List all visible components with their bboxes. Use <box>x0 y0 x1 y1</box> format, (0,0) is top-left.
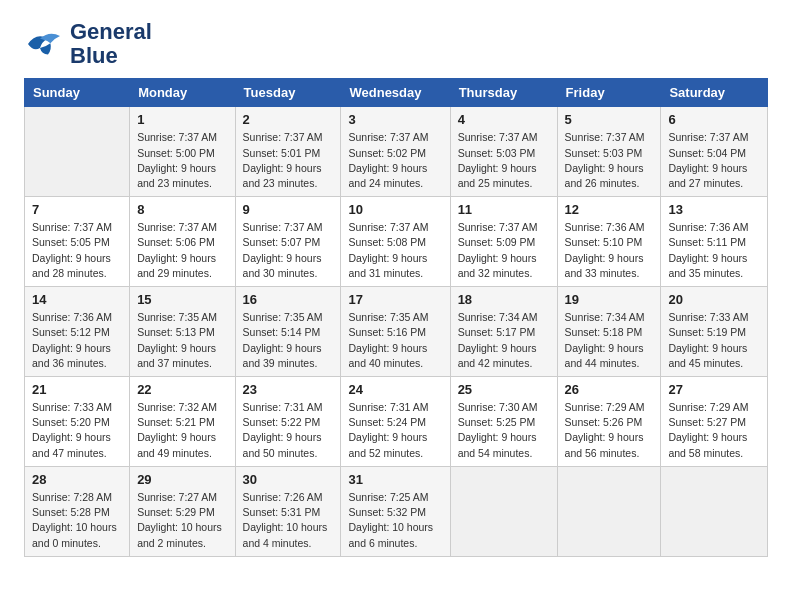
column-header-monday: Monday <box>130 79 235 107</box>
calendar-cell: 31Sunrise: 7:25 AM Sunset: 5:32 PM Dayli… <box>341 466 450 556</box>
calendar-cell: 22Sunrise: 7:32 AM Sunset: 5:21 PM Dayli… <box>130 377 235 467</box>
day-number: 23 <box>243 382 334 397</box>
day-info: Sunrise: 7:29 AM Sunset: 5:26 PM Dayligh… <box>565 400 654 461</box>
calendar-cell <box>450 466 557 556</box>
calendar-week-row: 14Sunrise: 7:36 AM Sunset: 5:12 PM Dayli… <box>25 287 768 377</box>
calendar-cell: 16Sunrise: 7:35 AM Sunset: 5:14 PM Dayli… <box>235 287 341 377</box>
calendar-cell: 21Sunrise: 7:33 AM Sunset: 5:20 PM Dayli… <box>25 377 130 467</box>
calendar-week-row: 1Sunrise: 7:37 AM Sunset: 5:00 PM Daylig… <box>25 107 768 197</box>
day-info: Sunrise: 7:34 AM Sunset: 5:18 PM Dayligh… <box>565 310 654 371</box>
calendar-cell: 11Sunrise: 7:37 AM Sunset: 5:09 PM Dayli… <box>450 197 557 287</box>
day-number: 9 <box>243 202 334 217</box>
column-header-thursday: Thursday <box>450 79 557 107</box>
calendar-cell: 1Sunrise: 7:37 AM Sunset: 5:00 PM Daylig… <box>130 107 235 197</box>
calendar-cell: 6Sunrise: 7:37 AM Sunset: 5:04 PM Daylig… <box>661 107 768 197</box>
day-info: Sunrise: 7:37 AM Sunset: 5:09 PM Dayligh… <box>458 220 550 281</box>
day-info: Sunrise: 7:34 AM Sunset: 5:17 PM Dayligh… <box>458 310 550 371</box>
day-info: Sunrise: 7:37 AM Sunset: 5:03 PM Dayligh… <box>458 130 550 191</box>
day-number: 28 <box>32 472 122 487</box>
day-number: 8 <box>137 202 227 217</box>
day-info: Sunrise: 7:27 AM Sunset: 5:29 PM Dayligh… <box>137 490 227 551</box>
day-info: Sunrise: 7:31 AM Sunset: 5:22 PM Dayligh… <box>243 400 334 461</box>
calendar-cell: 2Sunrise: 7:37 AM Sunset: 5:01 PM Daylig… <box>235 107 341 197</box>
calendar-cell: 9Sunrise: 7:37 AM Sunset: 5:07 PM Daylig… <box>235 197 341 287</box>
calendar-cell: 27Sunrise: 7:29 AM Sunset: 5:27 PM Dayli… <box>661 377 768 467</box>
day-number: 16 <box>243 292 334 307</box>
day-number: 12 <box>565 202 654 217</box>
day-number: 27 <box>668 382 760 397</box>
day-number: 2 <box>243 112 334 127</box>
column-header-wednesday: Wednesday <box>341 79 450 107</box>
day-info: Sunrise: 7:37 AM Sunset: 5:01 PM Dayligh… <box>243 130 334 191</box>
calendar-cell: 18Sunrise: 7:34 AM Sunset: 5:17 PM Dayli… <box>450 287 557 377</box>
calendar-table: SundayMondayTuesdayWednesdayThursdayFrid… <box>24 78 768 556</box>
day-info: Sunrise: 7:35 AM Sunset: 5:13 PM Dayligh… <box>137 310 227 371</box>
logo-text: General Blue <box>70 20 152 68</box>
day-info: Sunrise: 7:35 AM Sunset: 5:16 PM Dayligh… <box>348 310 442 371</box>
calendar-cell: 12Sunrise: 7:36 AM Sunset: 5:10 PM Dayli… <box>557 197 661 287</box>
calendar-week-row: 28Sunrise: 7:28 AM Sunset: 5:28 PM Dayli… <box>25 466 768 556</box>
calendar-cell: 5Sunrise: 7:37 AM Sunset: 5:03 PM Daylig… <box>557 107 661 197</box>
calendar-header-row: SundayMondayTuesdayWednesdayThursdayFrid… <box>25 79 768 107</box>
calendar-cell: 13Sunrise: 7:36 AM Sunset: 5:11 PM Dayli… <box>661 197 768 287</box>
calendar-cell: 29Sunrise: 7:27 AM Sunset: 5:29 PM Dayli… <box>130 466 235 556</box>
day-info: Sunrise: 7:36 AM Sunset: 5:12 PM Dayligh… <box>32 310 122 371</box>
day-info: Sunrise: 7:26 AM Sunset: 5:31 PM Dayligh… <box>243 490 334 551</box>
calendar-cell: 10Sunrise: 7:37 AM Sunset: 5:08 PM Dayli… <box>341 197 450 287</box>
day-info: Sunrise: 7:29 AM Sunset: 5:27 PM Dayligh… <box>668 400 760 461</box>
day-info: Sunrise: 7:32 AM Sunset: 5:21 PM Dayligh… <box>137 400 227 461</box>
day-info: Sunrise: 7:37 AM Sunset: 5:00 PM Dayligh… <box>137 130 227 191</box>
day-number: 21 <box>32 382 122 397</box>
calendar-cell: 8Sunrise: 7:37 AM Sunset: 5:06 PM Daylig… <box>130 197 235 287</box>
day-number: 18 <box>458 292 550 307</box>
day-number: 30 <box>243 472 334 487</box>
calendar-cell: 4Sunrise: 7:37 AM Sunset: 5:03 PM Daylig… <box>450 107 557 197</box>
day-info: Sunrise: 7:37 AM Sunset: 5:08 PM Dayligh… <box>348 220 442 281</box>
day-number: 26 <box>565 382 654 397</box>
day-info: Sunrise: 7:36 AM Sunset: 5:11 PM Dayligh… <box>668 220 760 281</box>
page-header: General Blue <box>24 20 768 68</box>
day-number: 29 <box>137 472 227 487</box>
calendar-cell <box>661 466 768 556</box>
calendar-cell: 14Sunrise: 7:36 AM Sunset: 5:12 PM Dayli… <box>25 287 130 377</box>
day-number: 25 <box>458 382 550 397</box>
column-header-tuesday: Tuesday <box>235 79 341 107</box>
day-info: Sunrise: 7:31 AM Sunset: 5:24 PM Dayligh… <box>348 400 442 461</box>
calendar-cell: 15Sunrise: 7:35 AM Sunset: 5:13 PM Dayli… <box>130 287 235 377</box>
calendar-cell: 7Sunrise: 7:37 AM Sunset: 5:05 PM Daylig… <box>25 197 130 287</box>
day-number: 10 <box>348 202 442 217</box>
calendar-week-row: 21Sunrise: 7:33 AM Sunset: 5:20 PM Dayli… <box>25 377 768 467</box>
day-info: Sunrise: 7:35 AM Sunset: 5:14 PM Dayligh… <box>243 310 334 371</box>
day-info: Sunrise: 7:25 AM Sunset: 5:32 PM Dayligh… <box>348 490 442 551</box>
day-number: 20 <box>668 292 760 307</box>
calendar-cell: 24Sunrise: 7:31 AM Sunset: 5:24 PM Dayli… <box>341 377 450 467</box>
day-number: 4 <box>458 112 550 127</box>
calendar-cell <box>557 466 661 556</box>
calendar-cell: 25Sunrise: 7:30 AM Sunset: 5:25 PM Dayli… <box>450 377 557 467</box>
logo-icon <box>24 24 64 64</box>
column-header-friday: Friday <box>557 79 661 107</box>
day-info: Sunrise: 7:37 AM Sunset: 5:02 PM Dayligh… <box>348 130 442 191</box>
logo: General Blue <box>24 20 152 68</box>
day-number: 11 <box>458 202 550 217</box>
day-number: 31 <box>348 472 442 487</box>
calendar-cell: 28Sunrise: 7:28 AM Sunset: 5:28 PM Dayli… <box>25 466 130 556</box>
day-number: 13 <box>668 202 760 217</box>
column-header-sunday: Sunday <box>25 79 130 107</box>
calendar-cell: 17Sunrise: 7:35 AM Sunset: 5:16 PM Dayli… <box>341 287 450 377</box>
calendar-cell: 23Sunrise: 7:31 AM Sunset: 5:22 PM Dayli… <box>235 377 341 467</box>
calendar-cell <box>25 107 130 197</box>
day-number: 17 <box>348 292 442 307</box>
day-number: 19 <box>565 292 654 307</box>
day-number: 6 <box>668 112 760 127</box>
calendar-cell: 30Sunrise: 7:26 AM Sunset: 5:31 PM Dayli… <box>235 466 341 556</box>
day-info: Sunrise: 7:30 AM Sunset: 5:25 PM Dayligh… <box>458 400 550 461</box>
column-header-saturday: Saturday <box>661 79 768 107</box>
day-number: 24 <box>348 382 442 397</box>
day-number: 5 <box>565 112 654 127</box>
day-number: 7 <box>32 202 122 217</box>
day-info: Sunrise: 7:28 AM Sunset: 5:28 PM Dayligh… <box>32 490 122 551</box>
day-info: Sunrise: 7:37 AM Sunset: 5:07 PM Dayligh… <box>243 220 334 281</box>
day-info: Sunrise: 7:37 AM Sunset: 5:06 PM Dayligh… <box>137 220 227 281</box>
calendar-week-row: 7Sunrise: 7:37 AM Sunset: 5:05 PM Daylig… <box>25 197 768 287</box>
